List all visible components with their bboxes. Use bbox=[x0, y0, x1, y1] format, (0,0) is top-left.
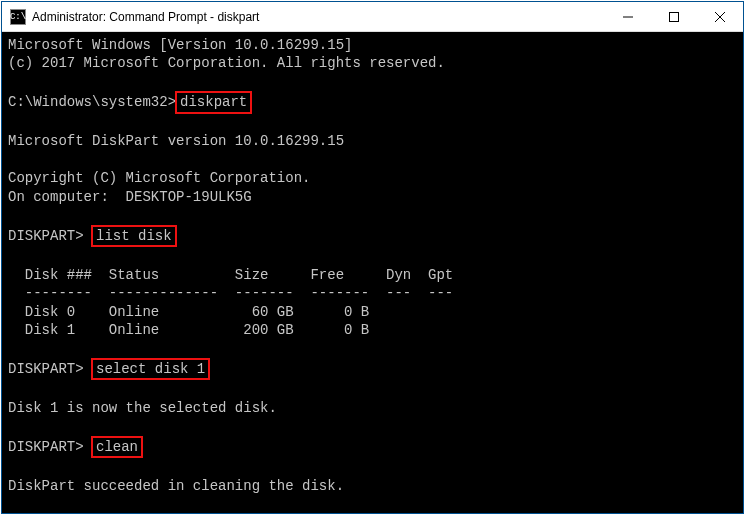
svg-line-3 bbox=[715, 12, 725, 22]
highlighted-command-diskpart: diskpart bbox=[175, 91, 252, 113]
highlighted-command-list-disk: list disk bbox=[91, 225, 177, 247]
prompt: C:\Windows\system32> bbox=[8, 94, 176, 110]
text-line: Disk 1 is now the selected disk. bbox=[8, 400, 277, 416]
cmd-icon: C:\ bbox=[10, 9, 26, 25]
text-line: DiskPart succeeded in cleaning the disk. bbox=[8, 478, 344, 494]
terminal-output[interactable]: Microsoft Windows [Version 10.0.16299.15… bbox=[2, 32, 743, 513]
close-button[interactable] bbox=[697, 2, 743, 31]
svg-line-2 bbox=[715, 12, 725, 22]
text-line: Copyright (C) Microsoft Corporation. bbox=[8, 170, 310, 186]
window-controls bbox=[605, 2, 743, 31]
highlighted-command-clean: clean bbox=[91, 436, 143, 458]
table-row: Disk 0 Online 60 GB 0 B bbox=[8, 304, 369, 320]
text-line: (c) 2017 Microsoft Corporation. All righ… bbox=[8, 55, 445, 71]
text-line: On computer: DESKTOP-19ULK5G bbox=[8, 189, 252, 205]
text-line: Microsoft DiskPart version 10.0.16299.15 bbox=[8, 133, 344, 149]
prompt: DISKPART> bbox=[8, 228, 92, 244]
table-row: Disk 1 Online 200 GB 0 B bbox=[8, 322, 369, 338]
minimize-button[interactable] bbox=[605, 2, 651, 31]
svg-rect-1 bbox=[670, 12, 679, 21]
prompt: DISKPART> bbox=[8, 361, 92, 377]
window-title: Administrator: Command Prompt - diskpart bbox=[32, 10, 605, 24]
maximize-button[interactable] bbox=[651, 2, 697, 31]
prompt: DISKPART> bbox=[8, 439, 92, 455]
highlighted-command-select-disk: select disk 1 bbox=[91, 358, 210, 380]
titlebar[interactable]: C:\ Administrator: Command Prompt - disk… bbox=[2, 2, 743, 32]
text-line: Microsoft Windows [Version 10.0.16299.15… bbox=[8, 37, 352, 53]
table-header: Disk ### Status Size Free Dyn Gpt bbox=[8, 267, 453, 283]
cmd-window: C:\ Administrator: Command Prompt - disk… bbox=[1, 1, 744, 514]
table-separator: -------- ------------- ------- ------- -… bbox=[8, 285, 453, 301]
